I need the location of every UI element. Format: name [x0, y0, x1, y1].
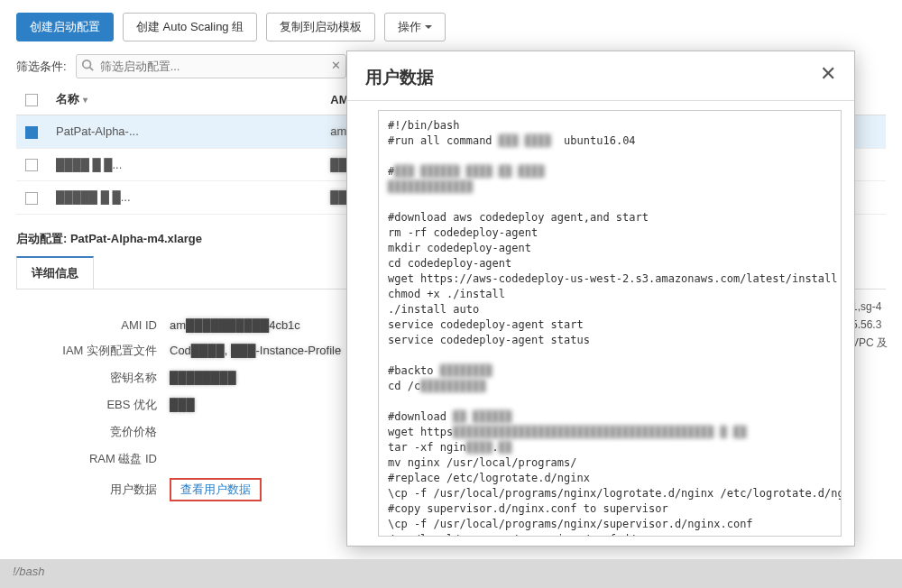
bottom-strip: !/bash: [0, 559, 902, 588]
userdata-modal: 用户数据 ✕ #!/bin/bash #run all command ███ …: [346, 51, 855, 547]
modal-title: 用户数据: [365, 66, 434, 89]
userdata-textarea[interactable]: #!/bin/bash #run all command ███ ████ ub…: [378, 110, 842, 537]
close-icon[interactable]: ✕: [820, 66, 836, 82]
